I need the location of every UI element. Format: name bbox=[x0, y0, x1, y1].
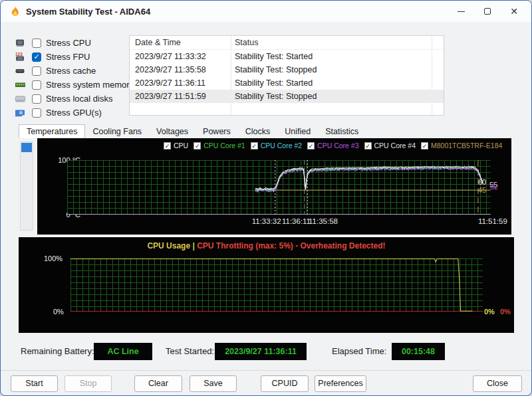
stress-option-label: Stress GPU(s) bbox=[46, 108, 102, 118]
cache-icon bbox=[14, 66, 27, 76]
scrollbar-thumb[interactable] bbox=[21, 143, 32, 152]
checkbox[interactable] bbox=[32, 108, 41, 118]
stress-option-label: Stress system memory bbox=[46, 80, 134, 90]
log-table-header: Date & Time Status bbox=[130, 36, 444, 50]
time-axis-label: 11:36:11 bbox=[282, 217, 311, 225]
close-button[interactable]: ✕ bbox=[501, 2, 527, 21]
time-axis-label: 11:35:58 bbox=[309, 217, 338, 225]
system-stability-test-window: System Stability Test - AIDA64 ✕ Stress … bbox=[0, 0, 532, 396]
cpu-icon bbox=[14, 38, 27, 48]
legend-checkbox[interactable]: ✓ bbox=[251, 142, 258, 149]
close-button[interactable]: Close bbox=[473, 375, 522, 392]
usage-separator: | bbox=[192, 241, 194, 250]
stress-option-label: Stress cache bbox=[46, 66, 96, 76]
clear-button[interactable]: Clear bbox=[134, 375, 182, 392]
fpu-icon: 123 bbox=[14, 52, 27, 62]
close-icon: ✕ bbox=[510, 7, 518, 16]
event-log-table[interactable]: Date & Time Status 2023/9/27 11:33:32Sta… bbox=[129, 35, 444, 116]
legend-checkbox[interactable]: ✓ bbox=[364, 142, 372, 149]
legend-checkbox[interactable]: ✓ bbox=[421, 142, 428, 149]
minimize-icon bbox=[458, 11, 465, 12]
cpuid-button[interactable]: CPUID bbox=[261, 375, 309, 392]
stress-option-stress-system-memory[interactable]: Stress system memory bbox=[14, 79, 134, 90]
chart-tabs: TemperaturesCooling FansVoltagesPowersCl… bbox=[19, 124, 366, 138]
legend-label: CPU bbox=[174, 142, 188, 149]
window-title: System Stability Test - AIDA64 bbox=[26, 7, 150, 17]
legend-checkbox[interactable]: ✓ bbox=[194, 142, 201, 149]
tab-unified[interactable]: Unified bbox=[277, 125, 318, 138]
legend-label: M8001TCB5TRF-E184 bbox=[431, 142, 502, 149]
legend-checkbox[interactable]: ✓ bbox=[307, 142, 315, 149]
table-row[interactable]: 2023/9/27 11:33:32Stability Test: Starte… bbox=[130, 50, 444, 63]
series-cpu-usage bbox=[70, 259, 473, 312]
cell-status: Stability Test: Started bbox=[235, 76, 313, 90]
legend-label: CPU Core #1 bbox=[203, 142, 245, 149]
legend-item-m8001tcb5trf-e184[interactable]: ✓M8001TCB5TRF-E184 bbox=[421, 142, 502, 149]
usage-value-label: 0% bbox=[484, 308, 495, 316]
stress-option-stress-cache[interactable]: Stress cache bbox=[14, 65, 134, 76]
cell-datetime: 2023/9/27 11:36:11 bbox=[135, 76, 205, 90]
legend-checkbox[interactable]: ✓ bbox=[164, 142, 171, 149]
stress-option-stress-cpu[interactable]: Stress CPU bbox=[14, 37, 134, 49]
tab-cooling-fans[interactable]: Cooling Fans bbox=[85, 125, 149, 138]
title-bar: System Stability Test - AIDA64 ✕ bbox=[1, 1, 531, 22]
save-button[interactable]: Save bbox=[190, 375, 237, 392]
legend-label: CPU Core #3 bbox=[317, 142, 358, 149]
checkbox[interactable] bbox=[32, 39, 41, 48]
temperature-chart-panel: ✓CPU✓CPU Core #1✓CPU Core #2✓CPU Core #3… bbox=[37, 138, 511, 235]
legend-item-cpu-core-3[interactable]: ✓CPU Core #3 bbox=[307, 142, 358, 149]
minimize-button[interactable] bbox=[448, 2, 474, 21]
tab-voltages[interactable]: Voltages bbox=[149, 125, 196, 138]
cell-datetime: 2023/9/27 11:33:32 bbox=[135, 50, 206, 63]
cpu-usage-panel: CPU Usage | CPU Throttling (max: 5%) - O… bbox=[19, 237, 514, 333]
legend-item-cpu-core-2[interactable]: ✓CPU Core #2 bbox=[251, 142, 302, 149]
tab-clocks[interactable]: Clocks bbox=[238, 125, 278, 138]
start-button[interactable]: Start bbox=[11, 375, 58, 392]
status-label: Remaining Battery: bbox=[21, 343, 94, 360]
stress-option-stress-gpu-s-[interactable]: Stress GPU(s) bbox=[14, 107, 134, 118]
stress-option-stress-fpu[interactable]: 123✓Stress FPU bbox=[14, 51, 134, 62]
status-label: Elapsed Time: bbox=[332, 343, 386, 360]
memory-icon bbox=[14, 80, 27, 90]
legend-label: CPU Core #2 bbox=[261, 142, 302, 149]
temperature-scrollbar[interactable] bbox=[20, 142, 33, 231]
usage-title: CPU Usage bbox=[147, 241, 190, 250]
usage-header: CPU Usage | CPU Throttling (max: 5%) - O… bbox=[19, 241, 514, 250]
legend-item-cpu[interactable]: ✓CPU bbox=[164, 142, 188, 149]
disk-icon bbox=[14, 94, 27, 104]
status-value-box: 00:15:48 bbox=[392, 343, 445, 360]
checkbox[interactable] bbox=[32, 80, 41, 90]
stress-options-panel: Stress CPU123✓Stress FPUStress cacheStre… bbox=[14, 37, 134, 118]
table-row[interactable]: 2023/9/27 11:51:59Stability Test: Stoppe… bbox=[130, 90, 444, 103]
checkbox[interactable] bbox=[32, 94, 41, 104]
legend-item-cpu-core-4[interactable]: ✓CPU Core #4 bbox=[364, 142, 416, 149]
stop-button[interactable]: Stop bbox=[65, 375, 112, 392]
tab-powers[interactable]: Powers bbox=[196, 125, 238, 138]
tab-statistics[interactable]: Statistics bbox=[318, 125, 366, 138]
status-label: Test Started: bbox=[166, 343, 214, 360]
preferences-button[interactable]: Preferences bbox=[315, 375, 366, 392]
time-axis-label: 11:51:59 bbox=[478, 217, 507, 225]
legend-item-cpu-core-1[interactable]: ✓CPU Core #1 bbox=[194, 142, 245, 149]
current-value-label: 52 bbox=[490, 183, 498, 191]
stress-option-stress-local-disks[interactable]: Stress local disks bbox=[14, 93, 134, 104]
tab-temperatures[interactable]: Temperatures bbox=[19, 124, 85, 138]
checkbox[interactable] bbox=[32, 66, 41, 76]
stress-option-label: Stress FPU bbox=[46, 52, 90, 62]
table-row[interactable]: 2023/9/27 11:35:58Stability Test: Stoppe… bbox=[130, 63, 444, 76]
time-axis-label: 11:33:32 bbox=[252, 217, 281, 225]
stress-option-label: Stress local disks bbox=[46, 94, 112, 104]
status-value-box: 2023/9/27 11:36:11 bbox=[215, 343, 307, 360]
usage-plot bbox=[70, 258, 483, 312]
checkbox[interactable]: ✓ bbox=[32, 52, 41, 62]
maximize-icon bbox=[484, 8, 491, 15]
maximize-button[interactable] bbox=[474, 2, 501, 21]
gpu-icon bbox=[14, 108, 27, 118]
aida64-flame-icon bbox=[9, 6, 21, 17]
temperature-legend: ✓CPU✓CPU Core #1✓CPU Core #2✓CPU Core #3… bbox=[164, 142, 502, 149]
button-divider bbox=[1, 370, 531, 371]
temperature-plot bbox=[67, 160, 491, 215]
y-axis-max-label: 100% bbox=[44, 254, 63, 262]
throttling-warning: CPU Throttling (max: 5%) - Overheating D… bbox=[197, 241, 385, 250]
table-row[interactable]: 2023/9/27 11:36:11Stability Test: Starte… bbox=[130, 76, 444, 90]
